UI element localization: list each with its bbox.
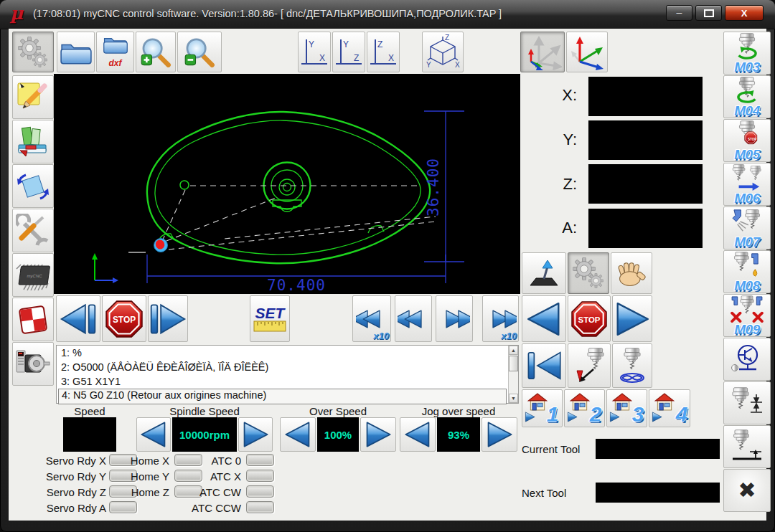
motor-setup-button[interactable] bbox=[12, 342, 54, 386]
auto-mode-button[interactable] bbox=[568, 252, 609, 294]
window-title: (17:08:01) myCNC control software. Versi… bbox=[33, 8, 502, 19]
tool-change-icon bbox=[730, 164, 764, 191]
maximize-button[interactable] bbox=[695, 5, 722, 21]
m07-mist-coolant-button[interactable]: M07 bbox=[723, 206, 771, 250]
skip-to-start-icon bbox=[526, 349, 562, 382]
home-3-label: 3 bbox=[632, 404, 644, 425]
program-start-button[interactable] bbox=[148, 295, 188, 342]
step-back-button[interactable] bbox=[56, 295, 100, 342]
gcode-scrollbar[interactable]: ▲ ▼ bbox=[508, 346, 518, 403]
part-outline-outer bbox=[147, 112, 430, 263]
diagnostics-button[interactable] bbox=[12, 298, 54, 341]
jog-over-speed-down-button[interactable] bbox=[400, 417, 436, 452]
zoom-out-button[interactable] bbox=[177, 32, 222, 72]
current-tool-label: Current Tool bbox=[522, 443, 580, 455]
gcode-line[interactable]: 1: % bbox=[58, 347, 507, 361]
servo-rdy-z-label: Servo Rdy Z bbox=[43, 486, 106, 498]
scroll-up-button[interactable]: ▲ bbox=[509, 346, 518, 355]
set-position-button[interactable]: SET bbox=[250, 295, 290, 342]
tool-touch-off-button[interactable] bbox=[723, 425, 771, 468]
title-bar[interactable]: µ (17:08:01) myCNC control software. Ver… bbox=[0, 0, 775, 29]
x10-label: x10 bbox=[373, 331, 389, 341]
settings-button[interactable] bbox=[12, 32, 54, 72]
gears-icon bbox=[17, 35, 50, 70]
atc-0-label: ATC 0 bbox=[179, 455, 241, 467]
over-speed-down-button[interactable] bbox=[280, 417, 316, 452]
home-1-button[interactable]: 1 bbox=[522, 389, 563, 427]
jog-over-speed-up-button[interactable] bbox=[482, 417, 517, 452]
toolpath-canvas[interactable]: 36.400 70.400 bbox=[54, 74, 520, 294]
probe-sensor-button[interactable] bbox=[723, 338, 771, 381]
rewind-button[interactable] bbox=[395, 295, 432, 342]
scroll-thumb[interactable] bbox=[509, 356, 518, 371]
home-4-button[interactable]: 4 bbox=[649, 389, 690, 427]
toolpath-drawing: 36.400 70.400 bbox=[54, 74, 520, 294]
program-stop-button[interactable]: STOP bbox=[102, 295, 146, 342]
part-outline-inner bbox=[155, 120, 421, 255]
scroll-down-button[interactable]: ▼ bbox=[509, 394, 518, 403]
jog-stop-button[interactable]: STOP bbox=[568, 295, 611, 342]
gcode-line[interactable]: 2: O5000 (ÄÅÒÀËÜ ÊÐÈÂÎØÈÏÀ, ÏÎÄ ÐÎËÈÊ) bbox=[58, 361, 507, 376]
gcode-line-selected[interactable]: 4: N5 G0 Z10 (Retour aux origines machin… bbox=[58, 389, 507, 404]
goto-start-button[interactable] bbox=[522, 343, 566, 388]
rewind-x10-button[interactable]: x10 bbox=[352, 295, 391, 342]
left-arrow-icon bbox=[526, 301, 562, 337]
open-dxf-button[interactable]: dxf bbox=[96, 32, 134, 72]
center-bore-circles bbox=[264, 163, 311, 212]
probe-point-icon bbox=[572, 348, 606, 384]
jog-plus-button[interactable] bbox=[612, 295, 652, 342]
double-right-arrow-icon bbox=[485, 305, 517, 333]
plc-button[interactable]: myCNC bbox=[12, 253, 54, 297]
over-speed-display: 100% bbox=[317, 417, 359, 452]
tools-settings-button[interactable] bbox=[12, 209, 54, 252]
minimize-button[interactable]: ─ bbox=[666, 5, 692, 21]
m04-label: M04 bbox=[734, 104, 759, 118]
open-file-button[interactable] bbox=[57, 32, 95, 72]
joystick-mode-button[interactable] bbox=[522, 252, 566, 294]
tool-to-work-button[interactable] bbox=[612, 343, 652, 388]
machine-axes-icon bbox=[523, 34, 562, 70]
pivot-hole bbox=[180, 181, 189, 189]
svg-text:X: X bbox=[388, 53, 394, 63]
view-yz-button[interactable]: Y Z bbox=[332, 32, 365, 72]
manual-mode-button[interactable] bbox=[611, 252, 652, 294]
jog-minus-button[interactable] bbox=[522, 295, 566, 342]
m09-coolant-off-button[interactable]: M09 bbox=[723, 294, 771, 337]
m05-spindle-stop-button[interactable]: STOP M05 bbox=[723, 119, 771, 162]
atc-x-label: ATC X bbox=[179, 470, 241, 483]
m04-spindle-ccw-button[interactable]: M04 bbox=[723, 75, 771, 118]
view-yx-button[interactable]: Y X bbox=[298, 32, 331, 72]
home-2-button[interactable]: 2 bbox=[564, 389, 605, 427]
rotate-view-button[interactable] bbox=[12, 164, 54, 208]
back-bar-icon bbox=[59, 301, 98, 337]
servo-rdy-y-label: Servo Rdy Y bbox=[43, 470, 106, 483]
gcode-list[interactable]: 1: % 2: O5000 (ÄÅÒÀËÜ ÊÐÈÂÎØÈÏÀ, ÏÎÄ ÐÎË… bbox=[56, 345, 519, 404]
view-zx-button[interactable]: Z X bbox=[367, 32, 400, 72]
work-coords-button[interactable] bbox=[566, 32, 608, 72]
coolant-off-icon bbox=[730, 295, 764, 323]
home-3-button[interactable]: 3 bbox=[606, 389, 647, 427]
hand-icon bbox=[615, 258, 648, 288]
over-speed-up-button[interactable] bbox=[360, 417, 396, 452]
svg-text:Z: Z bbox=[445, 34, 449, 42]
svg-text:Y: Y bbox=[309, 39, 314, 49]
exit-button[interactable]: ✖ bbox=[723, 469, 771, 512]
forward-button[interactable] bbox=[436, 295, 473, 342]
view-iso-button[interactable]: Z Y X bbox=[422, 32, 464, 72]
documentation-button[interactable] bbox=[12, 120, 54, 163]
zoom-in-button[interactable] bbox=[136, 32, 176, 72]
machine-coords-button[interactable] bbox=[520, 32, 565, 72]
m08-flood-coolant-button[interactable]: M08 bbox=[723, 250, 771, 293]
close-window-button[interactable]: X bbox=[725, 5, 764, 21]
edit-program-button[interactable] bbox=[12, 75, 54, 119]
spindle-speed-up-button[interactable] bbox=[238, 417, 273, 452]
app-logo-icon: µ bbox=[10, 3, 23, 24]
gcode-line[interactable]: 3: G51 X1Y1 bbox=[58, 376, 507, 390]
tool-length-measure-button[interactable] bbox=[723, 381, 771, 424]
m03-spindle-cw-button[interactable]: M03 bbox=[723, 32, 771, 75]
forward-x10-button[interactable]: x10 bbox=[482, 295, 519, 342]
m06-tool-change-button[interactable]: M06 bbox=[723, 163, 771, 206]
move-to-point-button[interactable] bbox=[568, 343, 611, 388]
spindle-coolant-icon bbox=[615, 348, 649, 384]
spindle-speed-down-button[interactable] bbox=[136, 417, 171, 452]
